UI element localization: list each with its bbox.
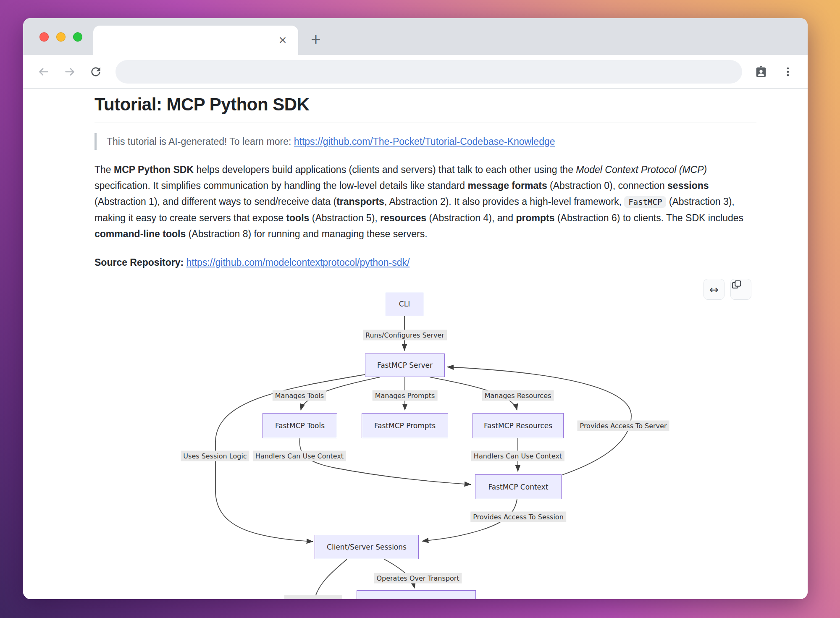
maximize-window-button[interactable]	[73, 32, 82, 42]
source-repository-link[interactable]: https://github.com/modelcontextprotocol/…	[186, 257, 410, 268]
source-repository-label: Source Repository:	[94, 257, 186, 268]
intro-segment-text: (Abstraction 8) for running and managing…	[186, 228, 427, 239]
profile-avatar-icon[interactable]	[751, 62, 771, 81]
intro-segment-bold: tools	[286, 212, 309, 223]
intro-segment-text: helps developers build applications (cli…	[194, 164, 576, 175]
intro-segment-text: specification. It simplifies communicati…	[94, 180, 468, 191]
page-content: Tutorial: MCP Python SDK This tutorial i…	[23, 89, 808, 599]
intro-segment-bold: resources	[380, 212, 426, 223]
new-tab-button[interactable]: +	[305, 26, 326, 55]
reload-icon[interactable]	[85, 61, 106, 82]
intro-segment-text: (Abstraction 5),	[309, 212, 380, 223]
diagram-copy-button[interactable]	[730, 279, 751, 300]
intro-segment-bold: MCP Python SDK	[114, 164, 194, 175]
intro-segment-text: (Abstraction 1), and different ways to s…	[94, 196, 336, 207]
back-icon[interactable]	[33, 61, 54, 82]
intro-segment-bold: prompts	[516, 212, 555, 223]
intro-paragraph: The MCP Python SDK helps developers buil…	[94, 162, 756, 242]
callout-link[interactable]: https://github.com/The-Pocket/Tutorial-C…	[294, 136, 555, 147]
ai-generated-callout: This tutorial is AI-generated! To learn …	[94, 133, 756, 150]
callout-text: This tutorial is AI-generated! To learn …	[107, 136, 294, 147]
page-title: Tutorial: MCP Python SDK	[94, 94, 756, 123]
menu-kebab-icon[interactable]	[778, 62, 798, 81]
intro-segment-text: (Abstraction 0), connection	[547, 180, 667, 191]
browser-window: × +	[23, 18, 808, 599]
tab-strip: × +	[23, 18, 808, 55]
intro-segment-text: (Abstraction 6) to clients. The SDK incl…	[555, 212, 744, 223]
intro-segment-bold: sessions	[667, 180, 709, 191]
intro-segment-text: , Abstraction 2). It also provides a hig…	[384, 196, 624, 207]
desktop-background: × +	[0, 0, 840, 618]
expand-arrows-icon: ↔	[709, 284, 719, 295]
browser-toolbar	[23, 55, 808, 89]
intro-segment-code: FastMCP	[624, 196, 666, 208]
minimize-window-button[interactable]	[56, 32, 66, 42]
close-window-button[interactable]	[39, 32, 49, 42]
intro-segment-italic: Model Context Protocol (MCP)	[576, 164, 707, 175]
url-address-bar[interactable]	[116, 60, 742, 84]
intro-segment-bold: command-line tools	[94, 228, 186, 239]
intro-segment-bold: transports	[336, 196, 384, 207]
browser-tab[interactable]: ×	[93, 26, 298, 55]
source-repository-line: Source Repository: https://github.com/mo…	[94, 254, 756, 270]
intro-segment-text: The	[94, 164, 114, 175]
forward-icon[interactable]	[59, 61, 80, 82]
tab-close-icon[interactable]: ×	[274, 31, 291, 49]
intro-segment-text: (Abstraction 4), and	[426, 212, 516, 223]
diagram-expand-button[interactable]: ↔	[704, 279, 724, 300]
intro-segment-bold: message formats	[468, 180, 547, 191]
